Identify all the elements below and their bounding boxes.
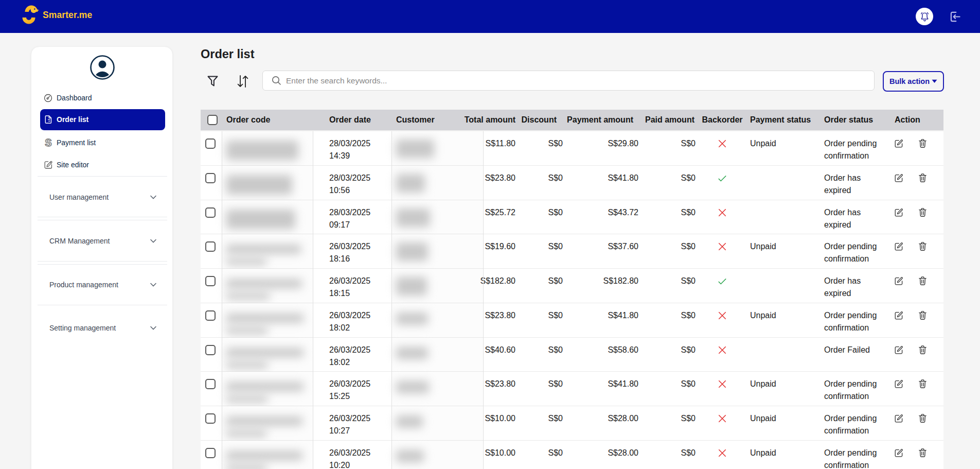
svg-text:S: S [45,137,51,148]
